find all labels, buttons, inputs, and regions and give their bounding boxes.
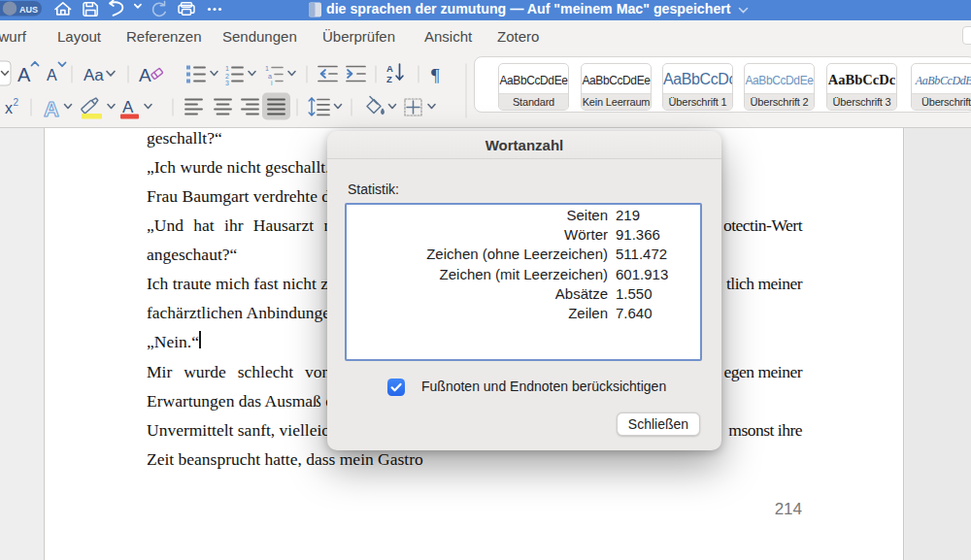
svg-text:AUS: AUS <box>19 5 38 15</box>
svg-text:i: i <box>271 80 273 86</box>
svg-text:3: 3 <box>225 80 229 86</box>
svg-text:Z: Z <box>386 74 392 84</box>
svg-text:x: x <box>5 100 13 116</box>
svg-text:1: 1 <box>265 65 269 72</box>
svg-text:2: 2 <box>14 97 19 108</box>
svg-text:A: A <box>122 98 134 116</box>
svg-text:1: 1 <box>225 65 229 72</box>
svg-text:A: A <box>17 64 31 85</box>
svg-text:A: A <box>44 97 59 121</box>
svg-text:Aa: Aa <box>84 66 104 84</box>
svg-text:a: a <box>268 73 272 80</box>
svg-text:A: A <box>139 65 151 85</box>
svg-text:A: A <box>47 67 57 83</box>
svg-text:2: 2 <box>225 73 229 80</box>
svg-text:¶: ¶ <box>431 65 440 85</box>
svg-text:A: A <box>386 63 393 74</box>
